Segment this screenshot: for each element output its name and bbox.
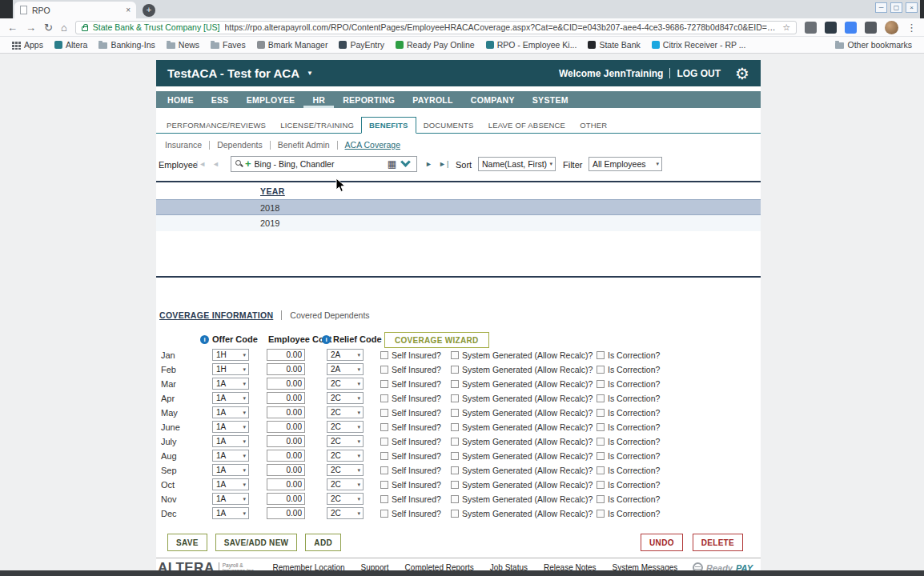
system-generated-checkbox[interactable]: System Generated (Allow Recalc)? bbox=[451, 466, 593, 475]
system-generated-checkbox[interactable]: System Generated (Allow Recalc)? bbox=[451, 365, 593, 374]
minimize-icon[interactable]: ─ bbox=[875, 2, 887, 13]
relief-code-select[interactable]: 2C bbox=[327, 392, 364, 404]
year-column-header[interactable]: YEAR bbox=[156, 182, 761, 199]
maximize-icon[interactable]: ▢ bbox=[890, 2, 902, 13]
tab-documents[interactable]: DOCUMENTS bbox=[416, 118, 481, 133]
relief-code-select[interactable]: 2C bbox=[327, 378, 364, 390]
employee-dropdown-icon[interactable] bbox=[400, 157, 411, 167]
system-generated-checkbox[interactable]: System Generated (Allow Recalc)? bbox=[451, 408, 593, 418]
employee-cost-input[interactable] bbox=[267, 493, 305, 505]
nav-item-company[interactable]: COMPANY bbox=[462, 91, 524, 108]
url-text[interactable]: https://rpo.alterapayroll.com/RPO/Conten… bbox=[225, 22, 778, 32]
employee-cost-input[interactable] bbox=[267, 363, 305, 375]
undo-button[interactable]: UNDO bbox=[641, 534, 683, 551]
tab-covered-dependents[interactable]: Covered Dependents bbox=[281, 310, 377, 320]
save-button[interactable]: SAVE bbox=[167, 534, 207, 551]
self-insured-checkbox[interactable]: Self Insured? bbox=[380, 494, 441, 504]
is-correction-checkbox[interactable]: Is Correction? bbox=[597, 365, 660, 374]
bookmark-altera[interactable]: Altera bbox=[49, 40, 93, 50]
nav-item-employee[interactable]: EMPLOYEE bbox=[238, 91, 304, 108]
employee-cost-input[interactable] bbox=[267, 507, 305, 519]
relief-code-select[interactable]: 2C bbox=[327, 435, 364, 447]
company-dropdown-icon[interactable]: ▼ bbox=[307, 70, 313, 77]
bookmark-ready-pay-online[interactable]: Ready Pay Online bbox=[390, 40, 480, 50]
employee-value[interactable]: Bing - Bing, Chandler bbox=[255, 159, 384, 169]
coverage-wizard-button[interactable]: COVERAGE WIZARD bbox=[384, 332, 489, 348]
year-row-2018[interactable]: 2018 bbox=[156, 199, 761, 215]
sublink-benefit-admin[interactable]: Benefit Admin bbox=[270, 141, 337, 150]
browser-tab[interactable]: RPO × bbox=[14, 2, 136, 18]
self-insured-checkbox[interactable]: Self Insured? bbox=[380, 365, 441, 374]
offer-code-select[interactable]: 1A bbox=[212, 493, 249, 505]
relief-code-select[interactable]: 2A bbox=[327, 363, 364, 375]
refresh-icon[interactable]: ↻ bbox=[44, 22, 53, 33]
relief-code-select[interactable]: 2C bbox=[327, 493, 364, 505]
extension-icon[interactable] bbox=[845, 22, 857, 34]
is-correction-checkbox[interactable]: Is Correction? bbox=[597, 437, 660, 446]
bookmark-news[interactable]: News bbox=[161, 40, 205, 50]
offer-code-select[interactable]: 1A bbox=[212, 450, 249, 462]
sort-select[interactable]: Name(Last, First) bbox=[478, 157, 556, 171]
relief-code-select[interactable]: 2C bbox=[327, 464, 364, 476]
system-generated-checkbox[interactable]: System Generated (Allow Recalc)? bbox=[451, 422, 593, 432]
relief-code-select[interactable]: 2C bbox=[327, 421, 364, 433]
offer-code-select[interactable]: 1A bbox=[212, 507, 249, 519]
self-insured-checkbox[interactable]: Self Insured? bbox=[380, 509, 441, 518]
extension-icon[interactable] bbox=[865, 22, 877, 34]
bookmark-banking-ins[interactable]: Banking-Ins bbox=[93, 40, 160, 50]
employee-cost-input[interactable] bbox=[267, 421, 305, 433]
tab-close-icon[interactable]: × bbox=[126, 6, 131, 14]
close-icon[interactable]: × bbox=[906, 2, 918, 13]
is-correction-checkbox[interactable]: Is Correction? bbox=[597, 509, 660, 518]
employee-search-box[interactable]: + Bing - Bing, Chandler ▦ bbox=[231, 156, 417, 172]
self-insured-checkbox[interactable]: Self Insured? bbox=[380, 422, 441, 432]
employee-cost-input[interactable] bbox=[267, 378, 305, 390]
system-generated-checkbox[interactable]: System Generated (Allow Recalc)? bbox=[451, 350, 593, 360]
is-correction-checkbox[interactable]: Is Correction? bbox=[597, 480, 660, 490]
offer-code-select[interactable]: 1H bbox=[212, 349, 249, 361]
system-generated-checkbox[interactable]: System Generated (Allow Recalc)? bbox=[451, 451, 593, 461]
is-correction-checkbox[interactable]: Is Correction? bbox=[597, 394, 660, 403]
other-bookmarks[interactable]: Other bookmarks bbox=[830, 40, 918, 50]
self-insured-checkbox[interactable]: Self Insured? bbox=[380, 437, 441, 446]
self-insured-checkbox[interactable]: Self Insured? bbox=[380, 394, 441, 403]
employee-cost-input[interactable] bbox=[267, 349, 305, 361]
nav-item-system[interactable]: SYSTEM bbox=[524, 91, 577, 108]
employee-cost-input[interactable] bbox=[267, 464, 305, 476]
relief-code-select[interactable]: 2A bbox=[327, 349, 364, 361]
bookmark-payentry[interactable]: PayEntry bbox=[333, 40, 390, 50]
bookmark-bmark-manager[interactable]: Bmark Manager bbox=[251, 40, 334, 50]
tab-performance-reviews[interactable]: PERFORMANCE/REVIEWS bbox=[159, 118, 273, 133]
previous-employee-icon[interactable]: ◄ bbox=[212, 160, 220, 168]
relief-code-select[interactable]: 2C bbox=[327, 450, 364, 462]
offer-code-select[interactable]: 1A bbox=[212, 478, 249, 490]
system-generated-checkbox[interactable]: System Generated (Allow Recalc)? bbox=[451, 494, 593, 504]
calendar-icon[interactable]: ▦ bbox=[388, 159, 396, 169]
offer-code-select[interactable]: 1A bbox=[212, 392, 249, 404]
delete-button[interactable]: DELETE bbox=[693, 534, 743, 551]
extension-icon[interactable] bbox=[825, 22, 837, 34]
self-insured-checkbox[interactable]: Self Insured? bbox=[380, 480, 441, 490]
add-employee-icon[interactable]: + bbox=[245, 158, 251, 169]
self-insured-checkbox[interactable]: Self Insured? bbox=[380, 466, 441, 475]
forward-icon[interactable]: → bbox=[26, 22, 36, 33]
relief-code-select[interactable]: 2C bbox=[327, 406, 364, 418]
self-insured-checkbox[interactable]: Self Insured? bbox=[380, 408, 441, 418]
self-insured-checkbox[interactable]: Self Insured? bbox=[380, 451, 441, 461]
employee-cost-input[interactable] bbox=[267, 392, 305, 404]
home-icon[interactable]: ⌂ bbox=[61, 22, 67, 33]
company-title[interactable]: TestACA - Test for ACA bbox=[167, 66, 299, 80]
tab-leave-of-absence[interactable]: LEAVE OF ABSENCE bbox=[481, 118, 572, 133]
bookmark-apps[interactable]: Apps bbox=[6, 40, 49, 50]
tab-benefits[interactable]: BENEFITS bbox=[361, 117, 416, 134]
relief-code-info-icon[interactable]: i bbox=[322, 335, 331, 344]
add-button[interactable]: ADD bbox=[305, 534, 341, 551]
relief-code-select[interactable]: 2C bbox=[327, 507, 364, 519]
nav-item-reporting[interactable]: REPORTING bbox=[334, 91, 404, 108]
filter-select[interactable]: All Employees bbox=[589, 157, 662, 171]
bookmark-faves[interactable]: Faves bbox=[205, 40, 251, 50]
save-add-new-button[interactable]: SAVE/ADD NEW bbox=[215, 534, 298, 551]
self-insured-checkbox[interactable]: Self Insured? bbox=[380, 379, 441, 389]
nav-item-hr[interactable]: HR bbox=[303, 91, 334, 108]
employee-cost-input[interactable] bbox=[267, 435, 305, 447]
